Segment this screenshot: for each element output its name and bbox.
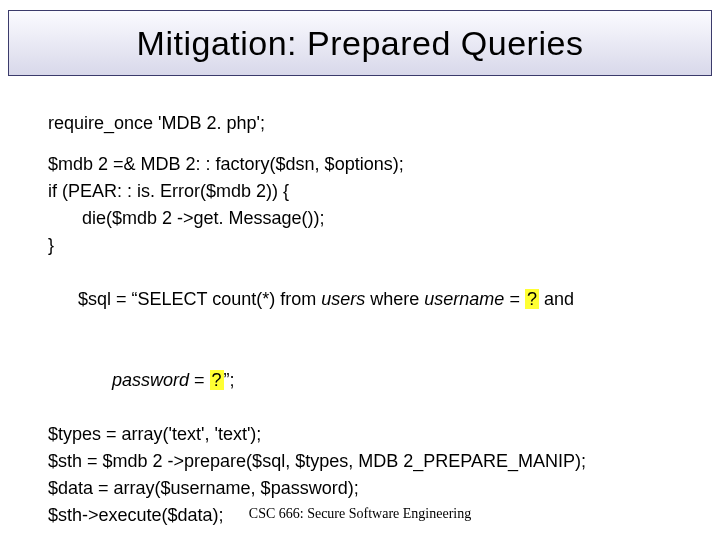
slide: Mitigation: Prepared Queries require_onc… <box>0 0 720 540</box>
slide-body: require_once 'MDB 2. php'; $mdb 2 =& MDB… <box>48 110 672 529</box>
text: = <box>189 370 210 390</box>
code-line: $types = array('text', 'text'); <box>48 421 672 448</box>
text: $sql = “SELECT count(*) from <box>78 289 321 309</box>
code-line: require_once 'MDB 2. php'; <box>48 110 672 137</box>
bind-placeholder: ? <box>210 370 224 390</box>
slide-title: Mitigation: Prepared Queries <box>137 24 584 63</box>
code-line: $sth = $mdb 2 ->prepare($sql, $types, MD… <box>48 448 672 475</box>
keyword-password: password <box>112 370 189 390</box>
code-line: $data = array($username, $password); <box>48 475 672 502</box>
code-line: die($mdb 2 ->get. Message()); <box>48 205 672 232</box>
code-line: } <box>48 232 672 259</box>
text: and <box>539 289 574 309</box>
text: where <box>365 289 424 309</box>
keyword-username: username <box>424 289 504 309</box>
title-bar: Mitigation: Prepared Queries <box>8 10 712 76</box>
text: = <box>504 289 525 309</box>
code-line: if (PEAR: : is. Error($mdb 2)) { <box>48 178 672 205</box>
code-line-sql-2: password = ?”; <box>48 340 672 421</box>
code-line: $mdb 2 =& MDB 2: : factory($dsn, $option… <box>48 151 672 178</box>
bind-placeholder: ? <box>525 289 539 309</box>
code-line-sql-1: $sql = “SELECT count(*) from users where… <box>48 259 672 340</box>
keyword-users: users <box>321 289 365 309</box>
text: ”; <box>224 370 235 390</box>
slide-footer: CSC 666: Secure Software Engineering <box>0 506 720 522</box>
